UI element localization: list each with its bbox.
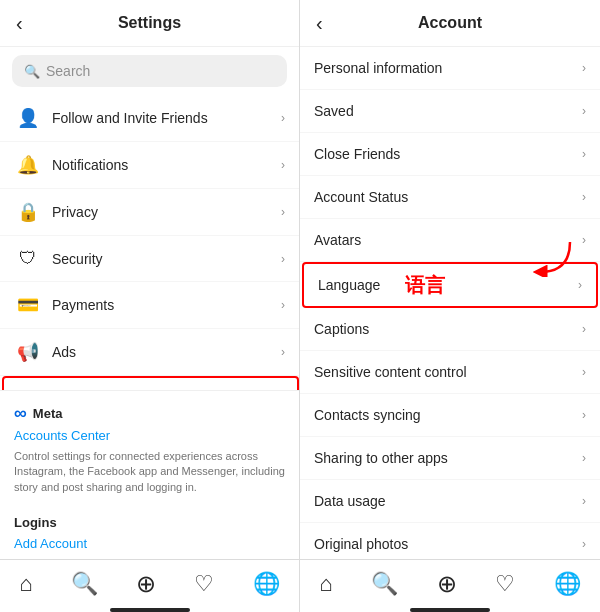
account-item-status[interactable]: Account Status › (300, 176, 600, 219)
contacts-label: Contacts syncing (314, 407, 582, 423)
follow-label: Follow and Invite Friends (52, 110, 281, 126)
right-nav-heart[interactable]: ♡ (495, 571, 515, 597)
search-bar[interactable]: 🔍 Search (12, 55, 287, 87)
captions-chevron: › (582, 322, 586, 336)
account-item-captions[interactable]: Captions › (300, 308, 600, 351)
meta-description: Control settings for connected experienc… (14, 449, 285, 495)
account-item-original-photos[interactable]: Original photos › (300, 523, 600, 559)
right-nav-home[interactable]: ⌂ (319, 571, 332, 597)
right-nav-add[interactable]: ⊕ (437, 570, 457, 598)
right-nav-profile[interactable]: 🌐 (554, 571, 581, 597)
left-nav-heart[interactable]: ♡ (194, 571, 214, 597)
follow-icon: 👤 (14, 107, 42, 129)
data-usage-chevron: › (582, 494, 586, 508)
right-home-indicator (410, 608, 490, 612)
meta-text: Meta (33, 406, 63, 421)
search-icon: 🔍 (24, 64, 40, 79)
avatars-chevron: › (582, 233, 586, 247)
privacy-icon: 🔒 (14, 201, 42, 223)
settings-item-ads[interactable]: 📢 Ads › (0, 329, 299, 376)
logins-label: Logins (14, 515, 285, 530)
right-header: ‹ Account (300, 0, 600, 47)
meta-icon: ∞ (14, 403, 27, 424)
left-home-indicator (110, 608, 190, 612)
meta-logo: ∞ Meta (14, 403, 285, 424)
ads-label: Ads (52, 344, 281, 360)
search-placeholder: Search (46, 63, 90, 79)
language-annotation: 语言 (405, 272, 445, 299)
account-status-chevron: › (582, 190, 586, 204)
left-panel: ‹ Settings 🔍 Search 👤 Follow and Invite … (0, 0, 300, 612)
sharing-label: Sharing to other apps (314, 450, 582, 466)
original-photos-label: Original photos (314, 536, 582, 552)
account-item-avatars[interactable]: Avatars › (300, 219, 600, 262)
language-chevron: › (578, 278, 582, 292)
sharing-chevron: › (582, 451, 586, 465)
notifications-chevron: › (281, 158, 285, 172)
account-item-close-friends[interactable]: Close Friends › (300, 133, 600, 176)
account-item-contacts[interactable]: Contacts syncing › (300, 394, 600, 437)
sensitive-chevron: › (582, 365, 586, 379)
settings-item-account[interactable]: ◎ Account › (2, 376, 299, 390)
left-bottom-nav: ⌂ 🔍 ⊕ ♡ 🌐 (0, 559, 299, 604)
settings-item-privacy[interactable]: 🔒 Privacy › (0, 189, 299, 236)
settings-item-payments[interactable]: 💳 Payments › (0, 282, 299, 329)
account-item-sharing[interactable]: Sharing to other apps › (300, 437, 600, 480)
left-nav-home[interactable]: ⌂ (19, 571, 32, 597)
right-panel: ‹ Account Personal information › Saved ›… (300, 0, 600, 612)
security-icon: 🛡 (14, 248, 42, 269)
notifications-label: Notifications (52, 157, 281, 173)
saved-chevron: › (582, 104, 586, 118)
account-item-language[interactable]: Language › (302, 262, 598, 308)
left-nav-profile[interactable]: 🌐 (253, 571, 280, 597)
settings-list: 👤 Follow and Invite Friends › 🔔 Notifica… (0, 95, 299, 390)
security-chevron: › (281, 252, 285, 266)
original-photos-chevron: › (582, 537, 586, 551)
follow-chevron: › (281, 111, 285, 125)
close-friends-chevron: › (582, 147, 586, 161)
account-item-personal[interactable]: Personal information › (300, 47, 600, 90)
account-list: Personal information › Saved › Close Fri… (300, 47, 600, 559)
payments-icon: 💳 (14, 294, 42, 316)
ads-chevron: › (281, 345, 285, 359)
left-nav-search[interactable]: 🔍 (71, 571, 98, 597)
logins-section: Logins Add Account (0, 507, 299, 559)
payments-label: Payments (52, 297, 281, 313)
sensitive-label: Sensitive content control (314, 364, 582, 380)
left-nav-add[interactable]: ⊕ (136, 570, 156, 598)
account-status-label: Account Status (314, 189, 582, 205)
accounts-center-link[interactable]: Accounts Center (14, 428, 285, 443)
privacy-label: Privacy (52, 204, 281, 220)
contacts-chevron: › (582, 408, 586, 422)
privacy-chevron: › (281, 205, 285, 219)
left-header: ‹ Settings (0, 0, 299, 47)
left-title: Settings (118, 14, 181, 32)
add-account-link[interactable]: Add Account (14, 536, 285, 551)
language-label: Language (318, 277, 578, 293)
payments-chevron: › (281, 298, 285, 312)
right-nav-search[interactable]: 🔍 (371, 571, 398, 597)
account-annotation: 账户 (100, 388, 140, 390)
account-item-saved[interactable]: Saved › (300, 90, 600, 133)
account-item-data-usage[interactable]: Data usage › (300, 480, 600, 523)
saved-label: Saved (314, 103, 582, 119)
captions-label: Captions (314, 321, 582, 337)
left-back-icon[interactable]: ‹ (16, 12, 23, 35)
account-item-sensitive[interactable]: Sensitive content control › (300, 351, 600, 394)
ads-icon: 📢 (14, 341, 42, 363)
settings-item-security[interactable]: 🛡 Security › (0, 236, 299, 282)
settings-item-follow[interactable]: 👤 Follow and Invite Friends › (0, 95, 299, 142)
personal-chevron: › (582, 61, 586, 75)
meta-section: ∞ Meta Accounts Center Control settings … (0, 390, 299, 507)
data-usage-label: Data usage (314, 493, 582, 509)
right-title: Account (418, 14, 482, 32)
personal-label: Personal information (314, 60, 582, 76)
right-back-icon[interactable]: ‹ (316, 12, 323, 35)
right-bottom-nav: ⌂ 🔍 ⊕ ♡ 🌐 (300, 559, 600, 604)
notifications-icon: 🔔 (14, 154, 42, 176)
close-friends-label: Close Friends (314, 146, 582, 162)
security-label: Security (52, 251, 281, 267)
settings-item-notifications[interactable]: 🔔 Notifications › (0, 142, 299, 189)
